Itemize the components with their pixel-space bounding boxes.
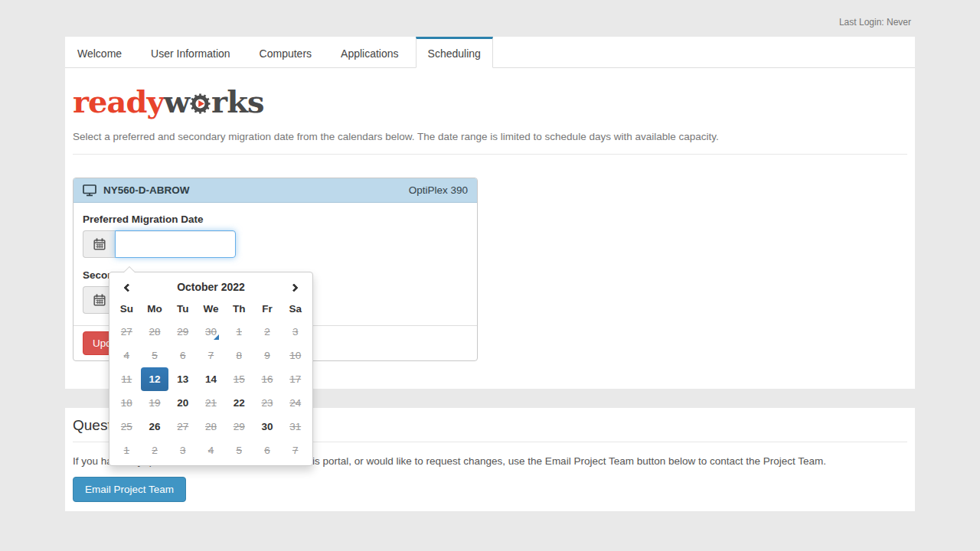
divider (73, 154, 907, 155)
datepicker-popup: October 2022 SuMoTuWeThFrSa 272829301234… (109, 272, 313, 466)
logo-text-w: w (164, 83, 189, 119)
chevron-left-icon (123, 283, 132, 292)
tab-label[interactable]: Applications (328, 37, 411, 68)
calendar-day[interactable]: 19 (141, 391, 169, 415)
calendar-day[interactable]: 4 (197, 439, 225, 462)
tab-user-information[interactable]: User Information (139, 37, 242, 68)
calendar-day[interactable]: 15 (225, 367, 253, 391)
calendar-week-row: 11121314151617 (113, 367, 309, 391)
computer-model: OptiPlex 390 (409, 184, 468, 196)
popup-caret (124, 267, 135, 272)
calendar-day[interactable]: 6 (168, 344, 197, 367)
calendar-week-row: 18192021222324 (113, 391, 309, 415)
calendar-day[interactable]: 10 (281, 344, 309, 367)
calendar-day[interactable]: 7 (197, 344, 225, 367)
calendar-day[interactable]: 17 (281, 367, 309, 391)
tab-label[interactable]: Computers (247, 37, 324, 68)
calendar-day[interactable]: 18 (113, 391, 141, 415)
calendar-day[interactable]: 9 (253, 344, 282, 367)
calendar-day[interactable]: 1 (225, 320, 253, 344)
calendar-day[interactable]: 4 (113, 344, 141, 367)
calendar-day[interactable]: 2 (141, 439, 169, 462)
datepicker-month-label[interactable]: October 2022 (141, 281, 281, 293)
calendar-week-row: 27282930123 (113, 320, 309, 344)
preferred-date-label: Preferred Migration Date (83, 214, 468, 225)
calendar-icon[interactable] (83, 230, 115, 258)
email-project-team-button[interactable]: Email Project Team (73, 477, 186, 502)
calendar-day[interactable]: 27 (168, 415, 197, 439)
computer-panel-header: NY560-D-ABROW OptiPlex 390 (74, 178, 477, 203)
next-month-button[interactable] (281, 280, 309, 294)
calendar-day[interactable]: 30 (253, 415, 282, 439)
calendar-day[interactable]: 3 (168, 439, 197, 462)
calendar-day[interactable]: 30 (197, 320, 225, 344)
calendar-day[interactable]: 12 (141, 367, 169, 391)
tab-applications[interactable]: Applications (328, 37, 411, 68)
calendar-day[interactable]: 26 (141, 415, 169, 439)
preferred-date-input[interactable] (115, 230, 236, 258)
day-of-week-label: Su (113, 298, 141, 320)
computer-name: NY560-D-ABROW (103, 184, 190, 196)
readyworks-logo: readyw rks (73, 86, 907, 117)
calendar-day[interactable]: 21 (197, 391, 225, 415)
calendar-day[interactable]: 24 (281, 391, 309, 415)
tab-label[interactable]: User Information (139, 37, 242, 68)
calendar-day[interactable]: 3 (281, 320, 309, 344)
logo-text-rks: rks (211, 83, 263, 119)
calendar-day[interactable]: 5 (141, 344, 169, 367)
calendar-week-row: 45678910 (113, 344, 309, 367)
preferred-date-group (83, 230, 468, 258)
calendar-day[interactable]: 2 (253, 320, 282, 344)
calendar-day[interactable]: 22 (225, 391, 253, 415)
day-of-week-label: Tu (168, 298, 197, 320)
logo-text-ready: ready (73, 83, 164, 119)
calendar-day[interactable]: 23 (253, 391, 282, 415)
tab-computers[interactable]: Computers (247, 37, 324, 68)
calendar-day[interactable]: 29 (225, 415, 253, 439)
calendar-day[interactable]: 5 (225, 439, 253, 462)
prev-month-button[interactable] (113, 280, 141, 294)
calendar-day[interactable]: 1 (113, 439, 141, 462)
calendar-day[interactable]: 25 (113, 415, 141, 439)
calendar-day[interactable]: 20 (168, 391, 197, 415)
day-of-week-label: Sa (281, 298, 309, 320)
day-of-week-label: We (197, 298, 225, 320)
calendar-day[interactable]: 11 (113, 367, 141, 391)
last-login-status: Last Login: Never (839, 17, 911, 28)
tab-scheduling[interactable]: Scheduling (416, 37, 493, 68)
day-of-week-label: Th (225, 298, 253, 320)
tab-label[interactable]: Scheduling (416, 37, 493, 68)
monitor-icon (83, 184, 96, 197)
day-of-week-header: SuMoTuWeThFrSa (113, 298, 309, 320)
calendar-day[interactable]: 27 (113, 320, 141, 344)
calendar-day[interactable]: 28 (141, 320, 169, 344)
chevron-right-icon (289, 283, 298, 292)
calendar-day[interactable]: 8 (225, 344, 253, 367)
calendar-day[interactable]: 29 (168, 320, 197, 344)
calendar-day[interactable]: 14 (197, 367, 225, 391)
calendar-day[interactable]: 7 (281, 439, 309, 462)
calendar-grid: 2728293012345678910111213141516171819202… (113, 320, 309, 462)
calendar-day[interactable]: 6 (253, 439, 282, 462)
calendar-day[interactable]: 16 (253, 367, 282, 391)
tab-label[interactable]: Welcome (65, 37, 134, 68)
gear-icon (190, 93, 211, 114)
calendar-week-row: 1234567 (113, 439, 309, 462)
day-of-week-label: Fr (253, 298, 282, 320)
calendar-day[interactable]: 13 (168, 367, 197, 391)
nav-tabs: WelcomeUser InformationComputersApplicat… (65, 37, 915, 68)
intro-text: Select a preferred and secondary migrati… (73, 131, 907, 142)
calendar-day[interactable]: 31 (281, 415, 309, 439)
day-of-week-label: Mo (141, 298, 169, 320)
tab-welcome[interactable]: Welcome (65, 37, 134, 68)
calendar-week-row: 25262728293031 (113, 415, 309, 439)
calendar-day[interactable]: 28 (197, 415, 225, 439)
